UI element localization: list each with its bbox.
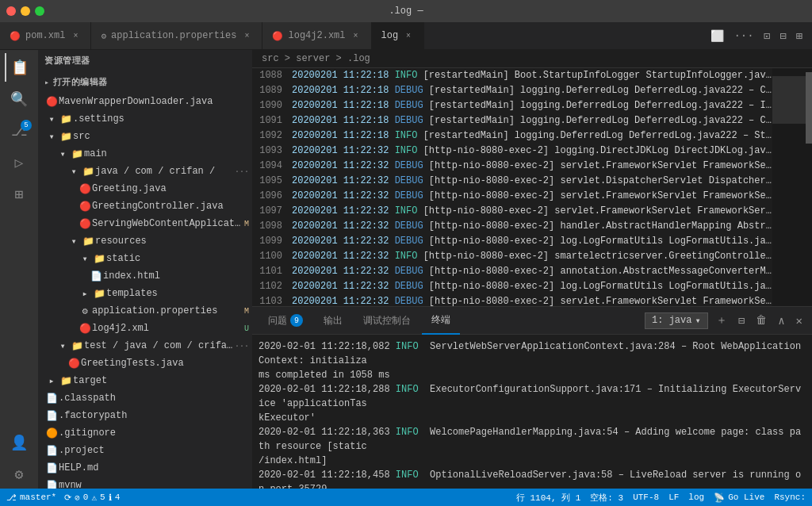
tree-item-label: .classpath [59, 393, 252, 404]
panel-tab-terminal[interactable]: 终端 [422, 307, 460, 335]
sidebar-header-open-editors[interactable]: ▸ 打开的编辑器 [38, 71, 252, 93]
tab-bar-actions: ⬜ ··· ⊡ ⊟ ⊞ [701, 22, 812, 49]
sync-icon: ⟳ [64, 493, 71, 503]
window-title: .log — [389, 6, 423, 17]
tree-item-classpath[interactable]: 📄 .classpath [38, 389, 252, 407]
golive-status[interactable]: 📡 Go Live [714, 493, 764, 503]
debug-icon: ▷ [15, 154, 24, 171]
folder-icon: 📁 [70, 148, 84, 160]
activity-extensions[interactable]: ⊞ [5, 180, 33, 209]
tree-item-project[interactable]: 📄 .project [38, 442, 252, 459]
maximize-button[interactable] [35, 6, 44, 16]
split-terminal-icon[interactable]: ⊟ [735, 312, 748, 329]
rsync-status[interactable]: Rsync: [774, 493, 806, 502]
tab-log4j2[interactable]: 🔴 log4j2.xml × [262, 22, 371, 49]
tree-item-log4j2[interactable]: 🔴 log4j2.xml U [38, 320, 252, 337]
activity-accounts[interactable]: 👤 [5, 428, 33, 457]
close-panel-icon[interactable]: ✕ [793, 312, 806, 329]
trash-terminal-icon[interactable]: 🗑 [753, 312, 770, 328]
rsync-label: Rsync: [774, 493, 806, 502]
tree-item-greetingcontroller[interactable]: 🔴 GreetingController.java [38, 197, 252, 215]
panel-tab-output[interactable]: 输出 [314, 307, 352, 335]
tree-item-servingweb[interactable]: 🔴 ServingWebContentApplication.java M [38, 215, 252, 232]
tree-item-label: .settings [73, 113, 252, 125]
activity-git[interactable]: ⎇ 5 [5, 117, 33, 145]
tab-log4j2-close[interactable]: × [350, 30, 362, 41]
tab-log-close[interactable]: × [403, 30, 414, 41]
tab-pom-label: pom.xml [25, 30, 65, 41]
tree-item-factorypath[interactable]: 📄 .factorypath [38, 407, 252, 424]
tab-log[interactable]: log × [372, 22, 425, 49]
folder-icon: 📁 [81, 166, 95, 178]
window-controls[interactable] [6, 6, 44, 16]
terminal-label: 终端 [431, 313, 450, 327]
tree-item-label: templates [106, 288, 252, 299]
sidebar-header-resources[interactable]: 资源管理器 [38, 50, 252, 71]
warnings-count: 5 [100, 493, 105, 502]
tab-pom-close[interactable]: × [70, 30, 81, 41]
tree-item-static[interactable]: ▾ 📁 static [38, 250, 252, 267]
problems-label: 问题 [268, 314, 287, 328]
tab-pom[interactable]: 🔴 pom.xml × [0, 22, 91, 49]
split-editor-icon[interactable]: ⬜ [707, 28, 727, 44]
folder-chevron: ▾ [56, 340, 70, 352]
file-icon: 🔴 [78, 218, 92, 230]
open-editors-chevron: ▸ [44, 78, 50, 87]
warnings-icon: ⚠ [91, 493, 97, 503]
info-icon: ℹ [109, 493, 112, 503]
tree-item-main[interactable]: ▾ 📁 main [38, 145, 252, 163]
tree-item-greetingtests[interactable]: 🔴 GreetingTests.java [38, 355, 252, 372]
tree-item-index-html[interactable]: 📄 index.html [38, 267, 252, 285]
tree-item-mvnw[interactable]: 📄 mvnw [38, 477, 252, 489]
activity-settings[interactable]: ⚙ [5, 460, 33, 489]
new-terminal-icon[interactable]: ＋ [713, 312, 730, 329]
editor-content[interactable]: 1088108910901091 1092109310941095 109610… [252, 68, 812, 306]
title-bar: .log — [0, 0, 812, 22]
folder-chevron: ▸ [44, 375, 59, 387]
sidebar: 资源管理器 ▸ 打开的编辑器 🔴 MavenWrapperDownloader.… [38, 50, 252, 489]
chevron-up-icon[interactable]: ∧ [775, 312, 787, 329]
terminal-content[interactable]: 2020-02-01 11:22:18,082 INFO ServletWebS… [252, 335, 812, 489]
panel-icon[interactable]: ⊟ [776, 28, 789, 44]
close-button[interactable] [6, 6, 16, 16]
tree-item-java-com[interactable]: ▾ 📁 java / com / crifan / ··· [38, 163, 252, 180]
fullscreen-icon[interactable]: ⊞ [793, 28, 806, 44]
terminal-line: ms completed in 1058 ms [259, 368, 806, 382]
tab-app-props-close[interactable]: × [241, 30, 252, 41]
tree-item-mvnwrapper[interactable]: 🔴 MavenWrapperDownloader.java [38, 93, 252, 110]
tree-item-src[interactable]: ▾ 📁 src [38, 128, 252, 145]
tree-item-test[interactable]: ▾ 📁 test / java / com / crifan / ··· [38, 337, 252, 355]
terminal-dropdown[interactable]: 1: java ▾ [645, 312, 708, 329]
panel-tab-problems[interactable]: 问题 9 [259, 307, 312, 335]
line-ending-status[interactable]: LF [668, 493, 679, 502]
tree-item-help[interactable]: 📄 HELP.md [38, 459, 252, 477]
tree-item-greeting[interactable]: 🔴 Greeting.java [38, 180, 252, 197]
activity-search[interactable]: 🔍 [5, 85, 33, 113]
position-status[interactable]: 行 1104, 列 1 [516, 492, 580, 504]
activity-explorer[interactable]: 📋 [5, 53, 33, 82]
panel-tab-debug-console[interactable]: 调试控制台 [354, 307, 420, 335]
tab-app-props[interactable]: ⚙️ application.properties × [91, 22, 262, 49]
tree-item-label: src [73, 131, 252, 142]
tree-item-target[interactable]: ▸ 📁 target [38, 372, 252, 389]
tree-item-application-props[interactable]: ⚙️ application.properties M [38, 302, 252, 320]
terminal-line: 2020-02-01 11:22:18,082 INFO ServletWebS… [259, 339, 806, 368]
tree-item-gitignore[interactable]: 🟠 .gitignore [38, 424, 252, 442]
encoding-status[interactable]: UTF-8 [633, 493, 659, 502]
activity-debug[interactable]: ▷ [5, 148, 33, 177]
tree-item-templates[interactable]: ▸ 📁 templates [38, 285, 252, 302]
minimap[interactable] [772, 68, 812, 306]
git-branch-status[interactable]: ⎇ master* [6, 493, 56, 503]
sync-status[interactable]: ⟳ ⊘ 0 ⚠ 5 ℹ 4 [64, 493, 120, 503]
minimize-button[interactable] [21, 6, 30, 16]
folder-chevron: ▾ [56, 148, 70, 160]
more-actions-icon[interactable]: ··· [730, 28, 756, 44]
layout-icon[interactable]: ⊡ [760, 28, 773, 44]
tree-item-resources[interactable]: ▾ 📁 resources [38, 232, 252, 250]
tree-item-label: .gitignore [59, 427, 252, 439]
language-status[interactable]: log [688, 493, 704, 502]
tree-item-label: GreetingTests.java [81, 358, 252, 369]
spaces-status[interactable]: 空格: 3 [590, 492, 623, 504]
panel-tabs: 问题 9 输出 调试控制台 终端 1: java ▾ ＋ [252, 307, 812, 335]
tree-item-settings[interactable]: ▾ 📁 .settings [38, 110, 252, 128]
